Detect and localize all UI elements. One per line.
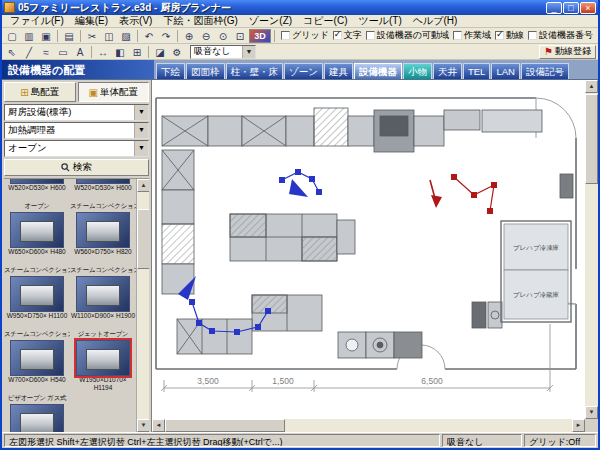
menu-file[interactable]: ファイル(F) — [5, 14, 69, 28]
tab-accessories[interactable]: 小物 — [403, 63, 432, 79]
maximize-button[interactable]: □ — [563, 2, 579, 14]
single-layout-button[interactable]: ▣ 単体配置 — [78, 82, 150, 102]
scroll-up-icon[interactable]: ▲ — [585, 80, 598, 93]
single-layout-icon: ▣ — [89, 87, 98, 98]
dimension-icon[interactable]: ↔ — [95, 45, 111, 59]
view-3d-button[interactable]: 3D — [249, 29, 271, 43]
close-button[interactable]: × — [580, 2, 596, 14]
work-area-checkbox[interactable]: 作業域 — [453, 29, 491, 42]
redo-icon[interactable]: ↷ — [158, 29, 174, 43]
chevron-down-icon[interactable]: ▼ — [242, 46, 255, 58]
tab-tel[interactable]: TEL — [463, 63, 490, 79]
open-icon[interactable]: ▥ — [21, 29, 37, 43]
equipment-number-checkbox[interactable]: 設備機器番号 — [528, 29, 593, 42]
equipment-range-checkbox[interactable]: 設備機器の可動域 — [366, 29, 449, 42]
flow-line-red[interactable] — [430, 175, 497, 214]
equipment-item[interactable]: ピザオーブン ガス式 W640×D792× H1300 — [4, 393, 70, 432]
toolbar-separator — [57, 30, 58, 42]
tab-pillar-wall-floor[interactable]: 柱・壁・床 — [226, 63, 284, 79]
text-tool-icon[interactable]: A — [72, 45, 88, 59]
scrollbar-thumb[interactable] — [585, 94, 598, 184]
category2-select[interactable]: 加熱調理器 ▼ — [4, 122, 149, 139]
equipment-item[interactable]: スチームコンベクション W950×D750× H1100 — [4, 265, 70, 329]
minimize-button[interactable]: _ — [546, 2, 562, 14]
menu-bar: ファイル(F) 編集(E) 表示(V) 下絵・図面枠(G) ゾーン(Z) コピー… — [2, 15, 598, 28]
equipment-item[interactable]: スチームコンベクション W560×D750× H820 — [70, 201, 136, 265]
category1-select[interactable]: 厨房設備(標準) ▼ — [4, 104, 149, 121]
menu-view[interactable]: 表示(V) — [114, 14, 157, 28]
menu-copy[interactable]: コピー(C) — [298, 14, 352, 28]
prefab-rooms[interactable]: プレハブ冷凍庫 プレハブ冷蔵庫 — [501, 221, 571, 322]
toolbar-separator — [148, 46, 149, 58]
tab-drawing-frame[interactable]: 図面枠 — [186, 63, 225, 79]
equipment-thumbnail — [76, 340, 130, 376]
equipment-item-selected[interactable]: ジェットオーブン W1950×D1070× H1194 — [70, 329, 136, 393]
floor-plan[interactable]: プレハブ冷凍庫 プレハブ冷蔵庫 — [152, 80, 585, 419]
title-bar[interactable]: 05ファミリーレストラン.e3d - 厨房プランナー _ □ × — [2, 0, 598, 15]
line-icon[interactable]: ╱ — [21, 45, 37, 59]
sound-absorb-combobox[interactable]: 吸音なし ▼ — [190, 45, 256, 59]
menu-edit[interactable]: 編集(E) — [70, 14, 113, 28]
scroll-left-icon[interactable]: ◄ — [152, 419, 165, 432]
cut-icon[interactable]: ✂ — [84, 29, 100, 43]
zoom-fit-icon[interactable]: ⊙ — [215, 29, 231, 43]
tab-ceiling[interactable]: 天井 — [433, 63, 462, 79]
copy-icon[interactable]: ◫ — [101, 29, 117, 43]
print-icon[interactable]: ▤ — [61, 29, 77, 43]
equipment-list[interactable]: W520×D530× H600 W520×D530× H600 オーブン W65… — [4, 178, 149, 432]
tab-fittings[interactable]: 建具 — [324, 63, 353, 79]
new-icon[interactable]: ▢ — [4, 29, 20, 43]
equipment-thumbnail — [10, 340, 64, 376]
menu-underlay-frame[interactable]: 下絵・図面枠(G) — [158, 14, 242, 28]
sidebar-scrollbar[interactable]: ▲ ▼ — [136, 179, 149, 432]
tab-underlay[interactable]: 下絵 — [156, 63, 185, 79]
eraser-icon[interactable]: ◪ — [152, 45, 168, 59]
search-button[interactable]: 検索 — [4, 159, 149, 176]
chevron-down-icon[interactable]: ▼ — [134, 123, 148, 138]
polyline-icon[interactable]: ≈ — [38, 45, 54, 59]
scroll-up-icon[interactable]: ▲ — [137, 179, 149, 192]
color-icon[interactable]: ◧ — [112, 45, 128, 59]
category3-select[interactable]: オーブン ▼ — [4, 140, 149, 157]
tab-lan[interactable]: LAN — [491, 63, 519, 79]
route-register-button[interactable]: ⚑ 動線登録 — [539, 45, 596, 59]
rect-icon[interactable]: ▭ — [55, 45, 71, 59]
flow-line-checkbox[interactable]: 動線 — [495, 29, 524, 42]
canvas-vertical-scrollbar[interactable]: ▲ ▼ — [585, 80, 598, 419]
grid-toggle-icon[interactable]: ⊞ — [129, 45, 145, 59]
menu-zone[interactable]: ゾーン(Z) — [244, 14, 297, 28]
zoom-out-icon[interactable]: ⊖ — [198, 29, 214, 43]
grid-checkbox[interactable]: グリッド — [281, 29, 329, 42]
toolbar-separator — [80, 30, 81, 42]
equipment-item[interactable]: W520×D530× H600 — [4, 178, 70, 201]
chevron-down-icon[interactable]: ▼ — [134, 141, 148, 156]
save-icon[interactable]: ▣ — [38, 29, 54, 43]
text-checkbox[interactable]: 文字 — [333, 29, 362, 42]
tab-equipment[interactable]: 設備機器 — [354, 63, 402, 79]
toolbar-separator — [137, 30, 138, 42]
canvas-horizontal-scrollbar[interactable]: ◄ ► — [152, 419, 585, 432]
paste-icon[interactable]: ▨ — [118, 29, 134, 43]
zoom-in-icon[interactable]: ⊕ — [181, 29, 197, 43]
settings-icon[interactable]: ⚙ — [169, 45, 185, 59]
scroll-down-icon[interactable]: ▼ — [585, 406, 598, 419]
equipment-item[interactable]: W520×D530× H600 — [70, 178, 136, 201]
scrollbar-thumb[interactable] — [137, 209, 149, 269]
zoom-window-icon[interactable]: ⊡ — [232, 29, 248, 43]
island-layout-button[interactable]: ⊞ 島配置 — [4, 82, 76, 102]
main-area: ⊞ 島配置 ▣ 単体配置 厨房設備(標準) ▼ 加熱調理器 ▼ オーブン ▼ — [2, 80, 598, 432]
chevron-down-icon[interactable]: ▼ — [134, 105, 148, 120]
scroll-right-icon[interactable]: ► — [572, 419, 585, 432]
equipment-item[interactable]: スチームコンベクション W700×D600× H540 — [4, 329, 70, 393]
menu-help[interactable]: ヘルプ(H) — [408, 14, 463, 28]
select-icon[interactable]: ⇖ — [4, 45, 20, 59]
scrollbar-thumb[interactable] — [165, 419, 285, 432]
tab-equipment-symbol[interactable]: 設備記号 — [521, 63, 569, 79]
canvas-area[interactable]: プレハブ冷凍庫 プレハブ冷蔵庫 — [152, 80, 598, 432]
equipment-item[interactable]: オーブン W650×D600× H480 — [4, 201, 70, 265]
equipment-item[interactable]: スチームコンベクション W1100×D900× H1900 — [70, 265, 136, 329]
tab-zone[interactable]: ゾーン — [284, 63, 323, 79]
menu-tools[interactable]: ツール(T) — [353, 14, 406, 28]
undo-icon[interactable]: ↶ — [141, 29, 157, 43]
scroll-down-icon[interactable]: ▼ — [137, 419, 149, 432]
